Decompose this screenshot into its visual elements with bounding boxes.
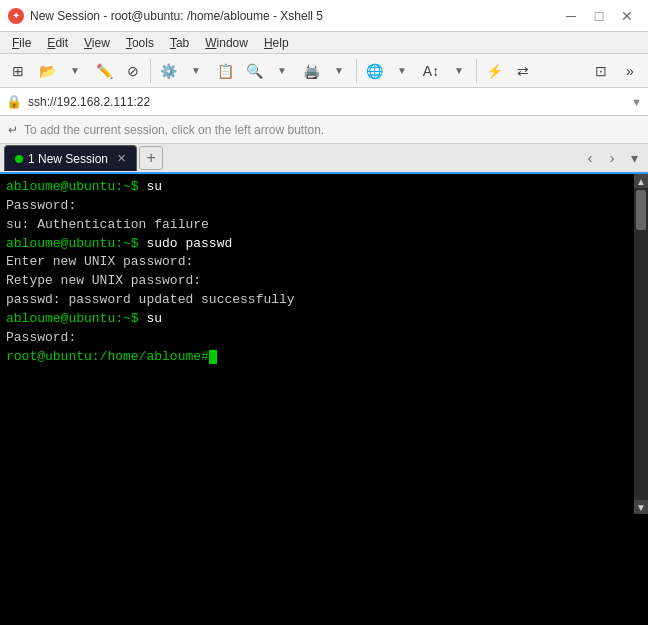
tab-new-session[interactable]: 1 New Session ✕: [4, 145, 137, 171]
menu-help[interactable]: Help: [256, 34, 297, 52]
global-settings-button[interactable]: 🌐: [360, 57, 388, 85]
term-line-10: root@ubuntu:/home/abloume#: [6, 348, 628, 367]
toolbar: ⊞ 📂 ▼ ✏️ ⊘ ⚙️ ▼ 📋 🔍 ▼ 🖨️ ▼ 🌐 ▼ A↕ ▼ ⚡ ⇄ …: [0, 54, 648, 88]
print-dropdown[interactable]: ▼: [325, 57, 353, 85]
scrollbar-track[interactable]: [636, 190, 646, 498]
settings-dropdown[interactable]: ▼: [182, 57, 210, 85]
term-line-3: su: Authentication failure: [6, 216, 628, 235]
tab-prev-button[interactable]: ‹: [580, 148, 600, 168]
find-button[interactable]: 🔍: [240, 57, 268, 85]
disconnect-button[interactable]: ⊘: [119, 57, 147, 85]
window-controls: ─ □ ✕: [558, 5, 640, 27]
new-session-button[interactable]: ⊞: [4, 57, 32, 85]
tab-navigation: ‹ › ▾: [580, 148, 644, 168]
menu-view[interactable]: View: [76, 34, 118, 52]
term-line-9: Password:: [6, 329, 628, 348]
menu-window[interactable]: Window: [197, 34, 256, 52]
terminal-wrapper: abloume@ubuntu:~$ su Password: su: Authe…: [0, 174, 648, 514]
tab-label: 1 New Session: [28, 152, 108, 166]
scrollbar-up-button[interactable]: ▲: [634, 174, 648, 188]
expand-button[interactable]: ⊡: [587, 57, 615, 85]
info-text: To add the current session, click on the…: [24, 123, 324, 137]
toolbar-more[interactable]: »: [616, 57, 644, 85]
lock-icon: 🔒: [6, 94, 22, 109]
settings-button[interactable]: ⚙️: [154, 57, 182, 85]
app-icon: ✦: [8, 8, 24, 24]
maximize-button[interactable]: □: [586, 5, 612, 27]
find-dropdown[interactable]: ▼: [268, 57, 296, 85]
address-dropdown-button[interactable]: ▼: [631, 96, 642, 108]
add-tab-button[interactable]: +: [139, 146, 163, 170]
terminal-empty-space: [0, 514, 648, 625]
tab-status-dot: [15, 155, 23, 163]
term-line-5: Enter new UNIX password:: [6, 253, 628, 272]
terminal[interactable]: abloume@ubuntu:~$ su Password: su: Authe…: [0, 174, 634, 514]
term-line-1: abloume@ubuntu:~$ su: [6, 178, 628, 197]
copy-button[interactable]: 📋: [211, 57, 239, 85]
window-title: New Session - root@ubuntu: /home/abloume…: [30, 9, 323, 23]
menu-bar: File Edit View Tools Tab Window Help: [0, 32, 648, 54]
font-button[interactable]: A↕: [417, 57, 445, 85]
close-button[interactable]: ✕: [614, 5, 640, 27]
term-line-6: Retype new UNIX password:: [6, 272, 628, 291]
tab-close-button[interactable]: ✕: [117, 152, 126, 165]
global-dropdown[interactable]: ▼: [388, 57, 416, 85]
menu-edit[interactable]: Edit: [39, 34, 76, 52]
address-bar: 🔒 ▼: [0, 88, 648, 116]
term-line-7: passwd: password updated successfully: [6, 291, 628, 310]
transfer-button[interactable]: ⇄: [509, 57, 537, 85]
minimize-button[interactable]: ─: [558, 5, 584, 27]
menu-tools[interactable]: Tools: [118, 34, 162, 52]
terminal-scrollbar: ▲ ▼: [634, 174, 648, 514]
term-line-4: abloume@ubuntu:~$ sudo passwd: [6, 235, 628, 254]
tab-next-button[interactable]: ›: [602, 148, 622, 168]
menu-file[interactable]: File: [4, 34, 39, 52]
title-bar: ✦ New Session - root@ubuntu: /home/ablou…: [0, 0, 648, 32]
scripts-button[interactable]: ⚡: [480, 57, 508, 85]
info-bar: ↵ To add the current session, click on t…: [0, 116, 648, 144]
address-input[interactable]: [28, 95, 625, 109]
scrollbar-thumb[interactable]: [636, 190, 646, 230]
font-dropdown[interactable]: ▼: [445, 57, 473, 85]
tab-list-button[interactable]: ▾: [624, 148, 644, 168]
tab-bar: 1 New Session ✕ + ‹ › ▾: [0, 144, 648, 174]
scrollbar-down-button[interactable]: ▼: [634, 500, 648, 514]
properties-button[interactable]: ✏️: [90, 57, 118, 85]
term-line-2: Password:: [6, 197, 628, 216]
info-arrow-icon: ↵: [8, 123, 18, 137]
menu-tab[interactable]: Tab: [162, 34, 197, 52]
open-dropdown[interactable]: ▼: [61, 57, 89, 85]
print-button[interactable]: 🖨️: [297, 57, 325, 85]
open-button[interactable]: 📂: [33, 57, 61, 85]
term-line-8: abloume@ubuntu:~$ su: [6, 310, 628, 329]
